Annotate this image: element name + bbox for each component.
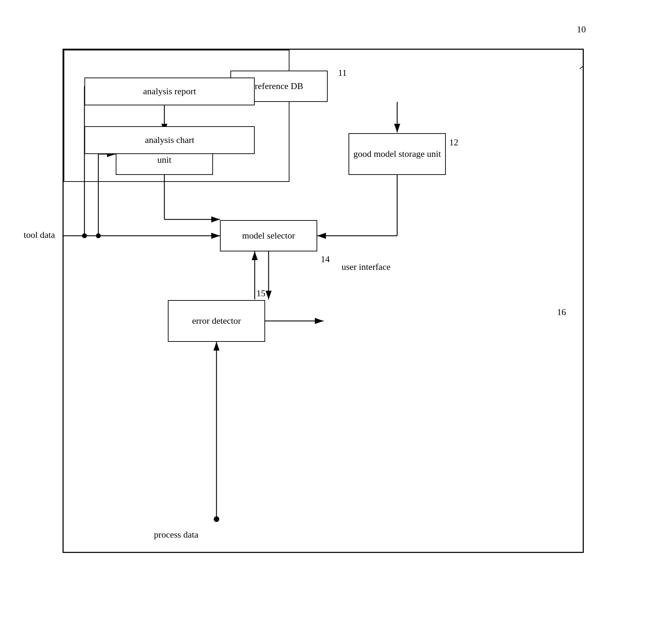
svg-point-19 [214, 516, 219, 522]
svg-line-20 [580, 60, 583, 69]
good-model-storage-box: good model storage unit [349, 133, 446, 175]
ref-label-14: 14 [321, 254, 330, 265]
ref-label-10: 10 [577, 24, 586, 35]
svg-point-17 [82, 233, 87, 238]
tool-data-label: tool data [24, 230, 55, 240]
process-data-label: process data [154, 530, 198, 540]
user-interface-label: user interface [342, 262, 391, 272]
ref-label-11: 11 [338, 68, 347, 78]
model-selector-box: model selector [220, 220, 317, 251]
svg-point-18 [96, 233, 101, 238]
outer-system-box: reference DB 11 good model storage unit … [63, 49, 584, 553]
analysis-chart-box: analysis chart [84, 126, 255, 154]
ref-label-12: 12 [449, 137, 458, 148]
ref-label-15: 15 [256, 288, 265, 299]
error-detector-box: error detector [168, 300, 265, 342]
analysis-report-box: analysis report [84, 78, 255, 105]
ref-label-16: 16 [557, 307, 566, 317]
